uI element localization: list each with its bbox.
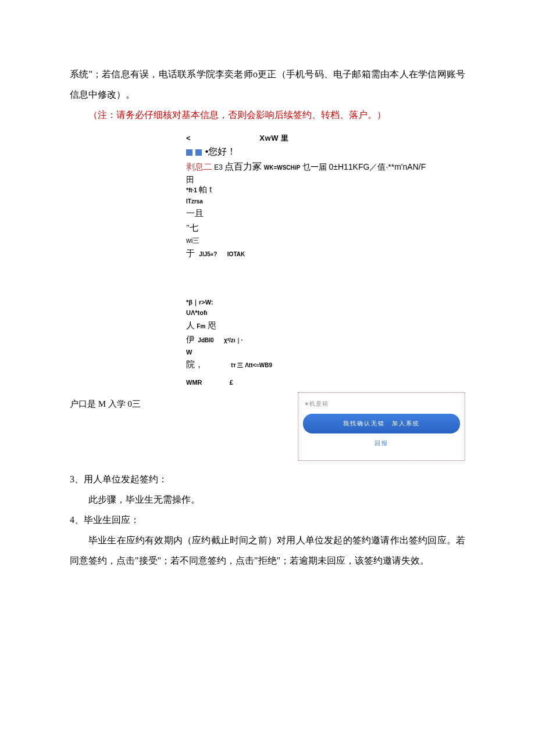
- text-fragment: JIJ5«?: [199, 251, 217, 257]
- field-label: ∗机是箱: [304, 400, 329, 407]
- text-fragment: *ft·1: [186, 187, 197, 194]
- info-line-2: *ft·1 帕 t: [186, 184, 436, 196]
- text-fragment: 于: [186, 249, 195, 258]
- back-chevron-icon: <: [186, 134, 191, 142]
- section-3-body: 此步骤，毕业生无需操作。: [70, 489, 465, 510]
- greeting-text: •您好！: [205, 146, 237, 156]
- text-fragment: tт 三 Λtt<≈WB9: [231, 362, 272, 368]
- block2-line-7: WMR £: [186, 377, 436, 388]
- greeting-line: •您好！: [186, 145, 436, 159]
- text-fragment: Fm: [197, 323, 205, 329]
- text-fragment: 帕 t: [199, 185, 212, 194]
- info-line-3: ITzrsa: [186, 197, 436, 206]
- embedded-screenshot-top: < XwW 里 •您好！ 剥息二 E3 点百力冢 WK=WSCHiP 乜一届 0…: [186, 132, 436, 388]
- block2-line-4: 伊 JdBI0 χ²/zı｜·: [186, 333, 436, 346]
- info-line-4: 一且: [186, 207, 436, 220]
- text-fragment: 人: [186, 321, 195, 330]
- confirm-box: ∗机是箱 我找确认无错 加入系统 回报: [298, 392, 465, 461]
- section-4-body: 毕业生在应约有效期内（应约截止时间之前）对用人单位发起的签约邀请作出签约回应。若…: [70, 530, 465, 571]
- field-row: ∗机是箱: [302, 397, 461, 410]
- spacer: [186, 261, 436, 296]
- text-fragment: WMR: [186, 379, 202, 386]
- document-page: 系统"；若信息有误，电话联系学院李奕老师o更正（手机号码、电子邮箱需由本人在学信…: [0, 0, 535, 711]
- left-caption: 户口是 M 入学 0三: [70, 392, 141, 414]
- confirm-button[interactable]: 我找确认无错 加入系统: [303, 414, 460, 433]
- screenshot-topbar: < XwW 里: [186, 132, 436, 144]
- warning-note: （注：请务必仔细核对基本信息，否则会影响后续签约、转档、落户。）: [70, 105, 465, 125]
- block2-line-3: 人 Fm 咫: [186, 319, 436, 332]
- block2-line-5: W: [186, 347, 436, 357]
- text-fragment: 院，: [186, 360, 204, 369]
- info-line-5: "七: [186, 221, 436, 235]
- avatar-icon: [186, 149, 192, 156]
- back-link[interactable]: 回报: [302, 437, 461, 450]
- text-fragment: IOTAK: [227, 251, 245, 257]
- info-line-7: 于 JIJ5«? IOTAK: [186, 247, 436, 260]
- text-fragment: 点百力冢: [224, 162, 262, 171]
- section-4-heading: 4、毕业生回应：: [70, 510, 465, 530]
- topbar-title: XwW 里: [259, 134, 288, 142]
- text-fragment: E3: [214, 163, 223, 171]
- block2-line-2: UΛ*tofı: [186, 308, 436, 318]
- info-line-1: 剥息二 E3 点百力冢 WK=WSCHiP 乜一届 0±H11KFG／值·**m…: [186, 160, 436, 186]
- paragraph-continuation: 系统"；若信息有误，电话联系学院李奕老师o更正（手机号码、电子邮箱需由本人在学信…: [70, 64, 465, 105]
- text-fragment: 咫: [208, 321, 216, 330]
- block2-line-6: 院， tт 三 Λtt<≈WB9: [186, 358, 436, 371]
- bottom-spacer: [70, 571, 465, 676]
- text-fragment: £: [230, 379, 233, 386]
- text-fragment: 剥息二: [186, 162, 212, 171]
- text-fragment: 伊: [186, 335, 195, 344]
- avatar-icon-2: [195, 149, 202, 156]
- block2-line-1: *β｜r>W:: [186, 298, 436, 307]
- section-3-heading: 3、用人单位发起签约：: [70, 469, 465, 489]
- text-fragment: JdBI0: [198, 337, 213, 343]
- caption-and-confirm-row: 户口是 M 入学 0三 ∗机是箱 我找确认无错 加入系统 回报: [70, 392, 465, 461]
- text-fragment: χ²/zı｜·: [224, 337, 242, 343]
- info-line-6: wi三: [186, 235, 436, 246]
- text-fragment: WK=WSCHiP: [264, 164, 301, 171]
